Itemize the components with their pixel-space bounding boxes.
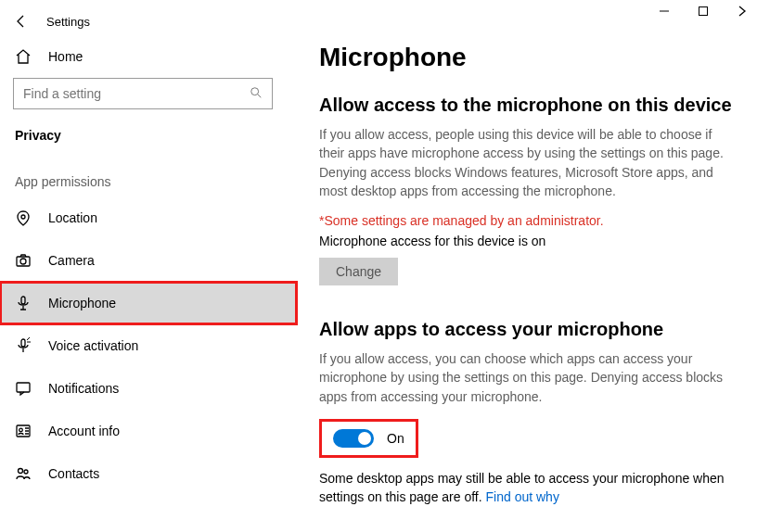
sidebar-item-contacts[interactable]: Contacts: [0, 452, 297, 495]
apps-access-heading: Allow apps to access your microphone: [319, 319, 740, 340]
svg-point-1: [21, 215, 25, 219]
sidebar-item-account-info[interactable]: Account info: [0, 410, 297, 452]
change-button[interactable]: Change: [319, 258, 398, 285]
search-wrap: [0, 78, 297, 124]
svg-point-0: [251, 87, 259, 95]
home-label: Home: [48, 49, 83, 64]
svg-rect-5: [21, 339, 25, 347]
camera-icon: [15, 252, 32, 269]
device-status: Microphone access for this device is on: [319, 234, 740, 248]
back-button[interactable]: [13, 13, 30, 30]
main-panel: Microphone Allow access to the microphon…: [297, 0, 757, 532]
desktop-apps-footnote: Some desktop apps may still be able to a…: [319, 469, 731, 507]
home-nav[interactable]: Home: [0, 39, 297, 78]
sidebar-item-microphone[interactable]: Microphone: [0, 282, 297, 324]
apps-access-toggle-row: On: [319, 419, 418, 458]
svg-point-3: [20, 259, 26, 264]
admin-notice: *Some settings are managed by an adminis…: [319, 213, 740, 228]
sidebar-item-camera[interactable]: Camera: [0, 239, 297, 282]
sidebar-item-label: Microphone: [48, 296, 116, 310]
toggle-knob: [358, 432, 371, 445]
home-icon: [15, 48, 32, 65]
minimize-button[interactable]: [657, 4, 672, 19]
svg-rect-4: [21, 297, 25, 304]
device-access-heading: Allow access to the microphone on this d…: [319, 95, 740, 116]
window-controls: [657, 4, 750, 19]
sidebar-item-label: Location: [48, 210, 97, 225]
svg-rect-6: [17, 383, 30, 392]
page-heading: Microphone: [319, 43, 740, 72]
device-access-description: If you allow access, people using this d…: [319, 125, 731, 200]
search-box[interactable]: [13, 78, 273, 109]
microphone-icon: [15, 295, 32, 311]
svg-point-9: [19, 469, 23, 474]
sidebar-item-voice-activation[interactable]: Voice activation: [0, 324, 297, 367]
sidebar-item-label: Account info: [48, 424, 120, 438]
group-app-permissions: App permissions: [0, 159, 297, 196]
find-out-why-link[interactable]: Find out why: [486, 489, 559, 504]
app-title: Settings: [46, 15, 90, 29]
location-icon: [15, 209, 32, 226]
toggle-label: On: [387, 431, 404, 446]
titlebar: Settings: [0, 7, 297, 39]
svg-point-10: [24, 470, 28, 474]
notifications-icon: [15, 380, 32, 397]
sidebar-item-location[interactable]: Location: [0, 196, 297, 239]
forward-button[interactable]: [735, 4, 750, 19]
account-info-icon: [15, 423, 32, 439]
section-privacy: Privacy: [0, 124, 297, 159]
apps-access-toggle[interactable]: [333, 429, 374, 448]
sidebar: Settings Home Privacy App permissions Lo…: [0, 0, 297, 532]
search-icon: [250, 86, 263, 102]
sidebar-item-label: Contacts: [48, 466, 99, 481]
maximize-button[interactable]: [696, 4, 711, 19]
sidebar-item-label: Voice activation: [48, 338, 138, 353]
svg-rect-11: [699, 7, 708, 16]
sidebar-item-label: Notifications: [48, 381, 119, 396]
apps-access-description: If you allow access, you can choose whic…: [319, 349, 731, 406]
sidebar-item-label: Camera: [48, 253, 95, 268]
sidebar-item-notifications[interactable]: Notifications: [0, 367, 297, 410]
search-input[interactable]: [23, 86, 227, 101]
svg-point-8: [19, 428, 23, 432]
contacts-icon: [15, 465, 32, 482]
voice-activation-icon: [15, 337, 32, 354]
